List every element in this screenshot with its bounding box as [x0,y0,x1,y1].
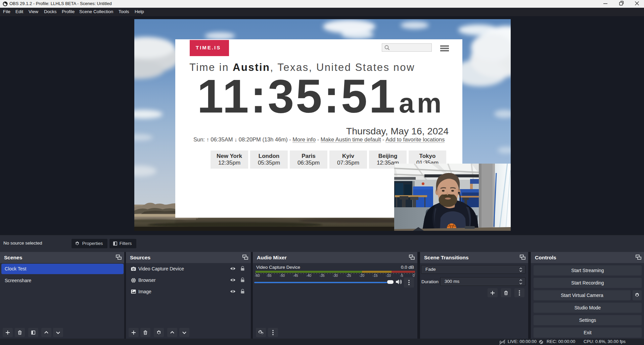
svg-text:0: 0 [413,273,415,277]
svg-text:-45: -45 [293,273,298,277]
svg-text:-5: -5 [400,273,403,277]
svg-text:-60: -60 [255,273,260,277]
svg-text:-25: -25 [346,273,351,277]
svg-text:-10: -10 [386,273,391,277]
svg-text:-20: -20 [359,273,364,277]
svg-text:-55: -55 [266,273,271,277]
svg-text:-35: -35 [319,273,324,277]
svg-text:-15: -15 [372,273,377,277]
svg-text:-50: -50 [280,273,285,277]
svg-text:-30: -30 [333,273,338,277]
svg-text:-40: -40 [306,273,311,277]
